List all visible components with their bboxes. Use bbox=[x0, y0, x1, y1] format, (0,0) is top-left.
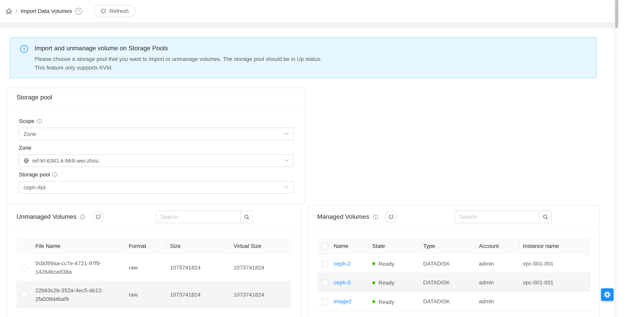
search-icon bbox=[244, 214, 250, 220]
viewport: / Import Data Volumes ? Refresh bbox=[0, 0, 644, 317]
select-all-column-header bbox=[317, 238, 330, 254]
zone-select[interactable]: ref-trl-6341-k-Mr8-wei-zhou bbox=[19, 154, 294, 167]
info-circle-icon bbox=[20, 45, 28, 53]
breadcrumb: / Import Data Volumes ? bbox=[6, 8, 82, 14]
header-divider bbox=[0, 22, 614, 28]
status-dot-ready bbox=[372, 300, 375, 303]
storage-pool-info-icon bbox=[52, 172, 58, 177]
page: / Import Data Volumes ? Refresh bbox=[0, 0, 614, 317]
home-breadcrumb-link[interactable] bbox=[6, 8, 12, 14]
gear-icon bbox=[604, 291, 611, 298]
unmanaged-table-body: 0cb099aa-cc7e-4721-97f9-14264bce838a raw… bbox=[16, 254, 291, 308]
reload-icon bbox=[96, 214, 101, 220]
size-cell: 1073741824 bbox=[167, 254, 230, 281]
storage-pool-field: Storage pool ceph-rbd bbox=[19, 170, 293, 194]
row-checkbox[interactable] bbox=[322, 261, 328, 267]
column-header-format: Format bbox=[126, 238, 167, 254]
refresh-button[interactable]: Refresh bbox=[94, 5, 135, 17]
alert-title: Import and unmanage volume on Storage Po… bbox=[34, 44, 322, 53]
scope-info-icon bbox=[37, 118, 42, 124]
reload-icon bbox=[100, 8, 106, 14]
managed-volumes-header: Managed Volumes bbox=[308, 205, 600, 229]
account-cell: admin bbox=[476, 292, 520, 311]
volume-name-link[interactable]: ceph-3 bbox=[334, 279, 350, 285]
managed-search-input[interactable] bbox=[454, 211, 540, 223]
state-cell: Ready bbox=[369, 254, 420, 273]
volume-name-link[interactable]: ceph-2 bbox=[334, 260, 350, 266]
virtual-size-cell: 1073741824 bbox=[230, 281, 291, 308]
scope-select-value: Zone bbox=[24, 131, 284, 137]
unmanaged-search-button[interactable] bbox=[240, 211, 253, 223]
radio-button[interactable] bbox=[21, 292, 28, 298]
storage-pool-select[interactable]: ceph-rbd bbox=[19, 181, 294, 194]
help-icon[interactable]: ? bbox=[75, 8, 82, 14]
table-row[interactable]: ceph-3 Ready DATADISK admin vpc-001-001 bbox=[317, 273, 591, 292]
type-cell: DATADISK bbox=[420, 254, 476, 273]
table-row[interactable]: 0cb099aa-cc7e-4721-97f9-14264bce838a raw… bbox=[16, 254, 291, 281]
row-checkbox[interactable] bbox=[322, 280, 328, 286]
column-header-account: Account bbox=[476, 238, 520, 254]
volume-panels: Unmanaged Volumes bbox=[7, 205, 614, 317]
scope-field: Scope Zone bbox=[19, 117, 293, 140]
storage-pool-card-header: Storage pool bbox=[7, 88, 305, 107]
zone-field: Zone ref-trl-6341-k-Mr8-wei-zhou bbox=[19, 143, 293, 167]
type-cell: DATADISK bbox=[420, 273, 476, 292]
chevron-down-icon bbox=[284, 159, 289, 162]
scrollbar-thumb[interactable] bbox=[615, 0, 618, 28]
managed-table-body: ceph-2 Ready DATADISK admin vpc-001-001 bbox=[317, 254, 591, 311]
account-cell: admin bbox=[476, 273, 520, 292]
row-checkbox[interactable] bbox=[322, 299, 328, 305]
info-alert: Import and unmanage volume on Storage Po… bbox=[10, 37, 597, 78]
managed-search-button[interactable] bbox=[539, 211, 552, 223]
column-header-virtual-size: Virtual Size bbox=[230, 238, 291, 254]
select-all-checkbox[interactable] bbox=[322, 243, 328, 250]
managed-volumes-title: Managed Volumes bbox=[317, 213, 369, 220]
managed-refresh-button[interactable] bbox=[385, 211, 397, 223]
zone-label: Zone bbox=[19, 143, 32, 152]
file-name-cell: 0cb099aa-cc7e-4721-97f9-14264bce838a bbox=[32, 254, 126, 281]
scope-label: Scope bbox=[19, 117, 34, 125]
unmanaged-volumes-card: Unmanaged Volumes bbox=[7, 205, 301, 317]
unmanaged-search-input[interactable] bbox=[156, 211, 241, 223]
unmanaged-volumes-body: File Name Format Size Virtual Size bbox=[7, 229, 301, 317]
volume-name-link[interactable]: image2 bbox=[334, 298, 352, 304]
page-title: Import Data Volumes bbox=[21, 8, 72, 14]
managed-volumes-body: Name State Type Account Instance name bbox=[308, 229, 600, 317]
virtual-size-cell: 1073741824 bbox=[230, 254, 291, 281]
size-cell: 1073741824 bbox=[167, 281, 230, 308]
type-cell: DATADISK bbox=[420, 292, 476, 311]
column-header-type: Type bbox=[420, 238, 476, 254]
account-cell: admin bbox=[476, 254, 520, 273]
chevron-down-icon bbox=[284, 132, 289, 136]
unmanaged-search bbox=[156, 211, 253, 223]
table-row[interactable]: image2 Ready DATADISK admin bbox=[317, 292, 591, 311]
scope-select[interactable]: Zone bbox=[19, 128, 294, 140]
table-header-row: File Name Format Size Virtual Size bbox=[16, 238, 291, 254]
unmanaged-refresh-button[interactable] bbox=[92, 211, 104, 223]
format-cell: raw bbox=[126, 281, 167, 308]
column-header-name: Name bbox=[330, 238, 369, 254]
managed-volumes-table: Name State Type Account Instance name bbox=[317, 238, 591, 311]
storage-pool-card: Storage pool Scope Zone bbox=[7, 88, 305, 203]
column-header-state: State bbox=[369, 238, 420, 254]
selection-column-header bbox=[16, 238, 32, 254]
alert-description-line1: Please choose a storage pool that you wa… bbox=[34, 55, 322, 63]
settings-fab-button[interactable] bbox=[601, 288, 614, 301]
table-row[interactable]: ceph-2 Ready DATADISK admin vpc-001-001 bbox=[317, 254, 591, 273]
column-header-instance-name: Instance name bbox=[520, 238, 591, 254]
column-header-file-name: File Name bbox=[32, 238, 126, 254]
state-cell: Ready bbox=[369, 292, 420, 311]
zone-select-value: ref-trl-6341-k-Mr8-wei-zhou bbox=[32, 158, 284, 164]
storage-pool-card-title: Storage pool bbox=[16, 94, 52, 101]
alert-text-block: Import and unmanage volume on Storage Po… bbox=[34, 44, 322, 72]
scrollbar-track[interactable] bbox=[614, 0, 618, 317]
table-header-row: Name State Type Account Instance name bbox=[317, 238, 591, 254]
refresh-button-label: Refresh bbox=[109, 8, 128, 14]
storage-pool-select-value: ceph-rbd bbox=[24, 184, 284, 190]
unmanaged-volumes-title: Unmanaged Volumes bbox=[16, 213, 76, 220]
instance-name-cell bbox=[520, 292, 591, 311]
table-row[interactable]: 22b63c2b-352a-4ec5-ab12-2fa508d4baf9 raw… bbox=[16, 281, 291, 308]
radio-button[interactable] bbox=[21, 265, 28, 271]
chevron-down-icon bbox=[284, 186, 289, 189]
alert-description-line2: This feature only supports KVM. bbox=[34, 63, 322, 72]
